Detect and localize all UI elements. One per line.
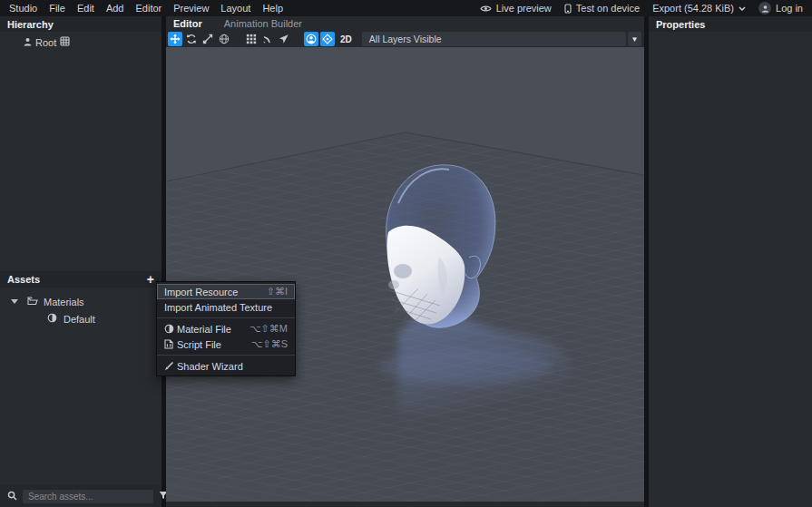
hierarchy-header: Hierarchy — [0, 16, 161, 32]
export-label: Export (54.28 KiB) — [652, 3, 734, 14]
script-file-label: Script File — [177, 339, 221, 350]
move-tool-button[interactable] — [168, 32, 182, 46]
navigation-arrow-icon — [279, 34, 289, 44]
eye-icon — [480, 5, 492, 13]
login-button[interactable]: Log in — [758, 2, 803, 15]
assets-context-menu: Import Resource ⇧⌘I Import Animated Text… — [156, 281, 296, 376]
properties-header: Properties — [649, 16, 812, 32]
assets-title: Assets — [7, 274, 40, 285]
import-animated-texture-label: Import Animated Texture — [164, 302, 272, 313]
properties-panel: Properties — [649, 16, 812, 507]
tree-expand-caret-icon[interactable] — [11, 299, 18, 304]
layers-dropdown-value: All Layers Visible — [369, 34, 442, 44]
scene-canvas — [166, 47, 644, 502]
grid-badge-icon — [60, 36, 70, 48]
login-label: Log in — [776, 3, 803, 14]
menu-editor[interactable]: Editor — [135, 3, 161, 14]
menu-file[interactable]: File — [49, 3, 65, 14]
jet-icon — [262, 34, 273, 44]
menu-bar: Studio File Edit Add Editor Preview Layo… — [0, 0, 812, 16]
editor-toolbar: 2D All Layers Visible ▼ — [166, 31, 644, 47]
gizmo-toggle-button[interactable] — [320, 32, 335, 46]
menubar-right: Live preview Test on device Export (54.2… — [480, 2, 803, 15]
material-sphere-icon — [47, 313, 57, 325]
context-item-import-animated-texture[interactable]: Import Animated Texture — [157, 299, 295, 315]
tab-animation-builder[interactable]: Animation Builder — [224, 18, 302, 29]
material-file-shortcut: ⌥⇧⌘M — [249, 323, 288, 335]
face-mode-button[interactable] — [304, 32, 318, 46]
hierarchy-tree: Root — [0, 32, 161, 271]
menu-help[interactable]: Help — [262, 3, 283, 14]
assets-tree: Materials Default — [0, 288, 161, 485]
hierarchy-title: Hierarchy — [7, 19, 54, 30]
search-assets-input[interactable] — [23, 490, 153, 503]
context-item-shader-wizard[interactable]: Shader Wizard — [157, 358, 295, 374]
search-icon — [7, 491, 17, 502]
eye-socket-shadow — [394, 264, 412, 278]
folder-open-icon — [27, 297, 38, 307]
tab-editor[interactable]: Editor — [173, 18, 202, 29]
hierarchy-item-root[interactable]: Root — [0, 35, 161, 49]
scale-tool-button[interactable] — [201, 32, 215, 46]
layers-dropdown[interactable]: All Layers Visible — [362, 32, 626, 46]
nose-shadow — [388, 280, 399, 289]
chevron-down-icon — [739, 6, 746, 11]
assets-item-default-material[interactable]: Default — [0, 312, 161, 326]
add-asset-button[interactable]: + — [147, 275, 154, 284]
menu-edit[interactable]: Edit — [77, 3, 94, 14]
fly-mode-button[interactable] — [260, 32, 275, 46]
default-material-label: Default — [64, 314, 95, 325]
context-item-script-file[interactable]: Script File ⌥⇧⌘S — [157, 336, 295, 352]
script-file-shortcut: ⌥⇧⌘S — [251, 338, 288, 350]
properties-title: Properties — [656, 19, 705, 30]
context-menu-separator — [157, 355, 295, 356]
export-button[interactable]: Export (54.28 KiB) — [652, 3, 746, 14]
assets-header: Assets + — [0, 271, 161, 288]
layers-dropdown-caret-button[interactable]: ▼ — [628, 32, 641, 46]
move-icon — [170, 34, 181, 44]
device-icon — [564, 4, 572, 14]
test-on-device-button[interactable]: Test on device — [564, 3, 640, 14]
test-on-device-label: Test on device — [576, 3, 640, 14]
assets-folder-materials[interactable]: Materials — [0, 295, 161, 308]
live-preview-button[interactable]: Live preview — [480, 3, 552, 14]
avatar — [758, 2, 771, 15]
menu-layout[interactable]: Layout — [220, 3, 250, 14]
viewport-3d[interactable] — [166, 47, 644, 502]
context-item-material-file[interactable]: Material File ⌥⇧⌘M — [157, 321, 295, 336]
rotate-icon — [186, 34, 197, 44]
shader-wizard-label: Shader Wizard — [177, 361, 243, 372]
caret-down-icon: ▼ — [631, 35, 639, 44]
wand-icon — [164, 361, 177, 371]
grid-icon — [246, 34, 257, 44]
editor-tabbar: Editor Animation Builder — [166, 16, 644, 31]
context-menu-separator — [157, 317, 295, 318]
app-window: Studio File Edit Add Editor Preview Layo… — [0, 0, 812, 507]
world-space-button[interactable] — [217, 32, 231, 46]
scale-icon — [202, 34, 213, 44]
import-resource-shortcut: ⇧⌘I — [267, 286, 288, 297]
material-file-label: Material File — [177, 324, 231, 335]
mode-2d-button[interactable]: 2D — [340, 34, 352, 44]
menu-studio[interactable]: Studio — [9, 3, 37, 14]
root-label: Root — [35, 37, 56, 48]
live-preview-label: Live preview — [496, 3, 552, 14]
materials-folder-label: Materials — [44, 297, 84, 307]
grid-snap-button[interactable] — [244, 32, 259, 46]
left-panel: Hierarchy Root Assets + — [0, 16, 161, 507]
menu-add[interactable]: Add — [106, 3, 124, 14]
look-at-button[interactable] — [277, 32, 291, 46]
context-item-import-resource[interactable]: Import Resource ⇧⌘I — [157, 284, 295, 299]
face-in-circle-icon — [306, 34, 317, 44]
rotate-tool-button[interactable] — [184, 32, 199, 46]
target-diamond-icon — [322, 34, 333, 44]
person-icon — [24, 37, 32, 48]
material-file-icon — [164, 324, 177, 334]
editor-panel: Editor Animation Builder — [166, 16, 644, 507]
globe-icon — [219, 34, 230, 44]
script-file-icon — [164, 339, 177, 349]
assets-search-bar — [0, 485, 161, 507]
import-resource-label: Import Resource — [164, 287, 238, 297]
menu-preview[interactable]: Preview — [173, 3, 209, 14]
